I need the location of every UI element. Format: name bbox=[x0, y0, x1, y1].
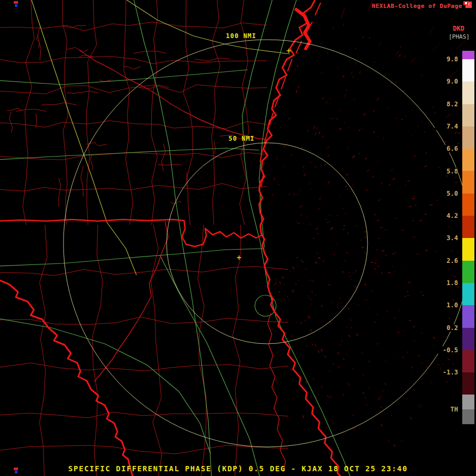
echo-speckle bbox=[323, 136, 324, 138]
echo-speckle bbox=[156, 165, 157, 166]
colorbar-tick: 0.2 bbox=[435, 324, 458, 332]
echo-speckle bbox=[323, 277, 325, 278]
echo-speckle bbox=[299, 190, 300, 193]
echo-speckle bbox=[142, 201, 143, 202]
echo-speckle bbox=[312, 280, 314, 282]
echo-speckle bbox=[354, 428, 355, 431]
echo-speckle bbox=[298, 86, 299, 88]
echo-speckle bbox=[145, 218, 146, 219]
echo-speckle bbox=[394, 318, 396, 319]
echo-speckle bbox=[167, 184, 168, 185]
county-boundaries bbox=[0, 0, 288, 476]
echo-speckle bbox=[455, 40, 465, 50]
echo-speckle bbox=[343, 229, 345, 230]
echo-speckle bbox=[341, 8, 344, 18]
echo-speckle bbox=[310, 162, 312, 163]
echo-speckle bbox=[183, 227, 184, 228]
echo-speckle bbox=[357, 333, 358, 334]
colorbar-segment bbox=[462, 328, 474, 350]
echo-speckle bbox=[148, 213, 148, 213]
echo-speckle bbox=[373, 110, 374, 112]
echo-speckle bbox=[319, 132, 320, 134]
echo-speckle bbox=[306, 216, 308, 218]
echo-speckle bbox=[307, 130, 308, 132]
echo-speckle bbox=[424, 131, 425, 132]
echo-speckle bbox=[168, 208, 169, 208]
echo-speckle bbox=[409, 320, 411, 321]
echo-speckle bbox=[279, 291, 280, 292]
echo-speckle bbox=[445, 336, 446, 337]
echo-speckle bbox=[301, 322, 301, 324]
echo-speckle bbox=[143, 166, 143, 167]
echo-speckle bbox=[346, 189, 348, 190]
echo-speckle bbox=[445, 175, 448, 176]
county-line bbox=[124, 0, 133, 225]
gulf-coastline bbox=[0, 279, 133, 476]
echo-speckle bbox=[343, 358, 344, 360]
echo-speckle bbox=[311, 304, 312, 304]
echo-speckle bbox=[381, 407, 382, 408]
echo-speckle bbox=[189, 163, 189, 164]
echo-speckle bbox=[346, 327, 347, 328]
echo-speckle bbox=[378, 220, 379, 221]
echo-speckle bbox=[139, 190, 140, 190]
echo-speckle bbox=[405, 296, 406, 297]
echo-speckle bbox=[278, 286, 279, 287]
echo-speckle bbox=[200, 187, 201, 187]
echo-speckle bbox=[328, 284, 331, 285]
echo-speckle bbox=[280, 282, 280, 284]
echo-speckle bbox=[396, 118, 397, 119]
colorbar-segment bbox=[462, 149, 474, 171]
echo-speckle bbox=[389, 184, 391, 185]
echo-speckle bbox=[171, 180, 172, 180]
echo-speckle bbox=[309, 224, 310, 224]
echo-speckle bbox=[409, 206, 412, 207]
echo-speckle bbox=[387, 311, 388, 312]
echo-speckle bbox=[226, 194, 226, 195]
echo-speckle bbox=[340, 110, 341, 111]
echo-speckle bbox=[212, 189, 212, 189]
echo-speckle bbox=[350, 327, 352, 328]
echo-speckle bbox=[325, 219, 326, 220]
echo-speckle bbox=[437, 200, 440, 200]
colorbar-tick: 5.0 bbox=[435, 190, 458, 197]
echo-speckle bbox=[212, 165, 212, 166]
echo-speckle bbox=[322, 349, 323, 351]
echo-speckle bbox=[427, 372, 428, 373]
echo-speckle bbox=[303, 223, 304, 223]
echo-speckle bbox=[294, 194, 295, 196]
echo-speckle bbox=[316, 127, 317, 129]
echo-speckle bbox=[363, 36, 364, 38]
echo-speckle bbox=[300, 205, 302, 207]
echo-speckle bbox=[315, 295, 316, 296]
echo-speckle bbox=[380, 227, 382, 228]
echo-speckle bbox=[297, 65, 298, 67]
echo-speckle bbox=[154, 180, 155, 180]
echo-speckle bbox=[433, 337, 435, 338]
echo-speckle bbox=[382, 138, 385, 139]
road-us17 bbox=[259, 0, 297, 248]
county-line bbox=[0, 363, 288, 371]
echo-speckle bbox=[346, 173, 349, 175]
range-ring-100nmi bbox=[63, 40, 471, 447]
colorbar-tick: 5.8 bbox=[435, 168, 458, 175]
echo-speckle bbox=[278, 305, 278, 307]
colorbar-tick: 6.6 bbox=[435, 145, 458, 152]
echo-speckle bbox=[213, 179, 213, 179]
echo-speckle bbox=[399, 371, 399, 372]
echo-speckle bbox=[426, 366, 428, 367]
barrier-islands bbox=[260, 3, 321, 186]
echo-speckle bbox=[318, 351, 319, 353]
echo-speckle bbox=[284, 283, 285, 284]
echo-speckle bbox=[309, 298, 309, 299]
echo-speckle bbox=[316, 396, 316, 398]
echo-speckle bbox=[168, 159, 168, 159]
echo-speckle bbox=[393, 178, 396, 179]
echo-speckle bbox=[355, 62, 356, 65]
echo-speckle bbox=[190, 160, 190, 161]
echo-speckle bbox=[363, 264, 364, 265]
echo-speckle bbox=[396, 81, 397, 83]
echo-speckle bbox=[306, 381, 307, 383]
echo-speckle bbox=[406, 116, 407, 117]
echo-speckle bbox=[161, 228, 161, 229]
